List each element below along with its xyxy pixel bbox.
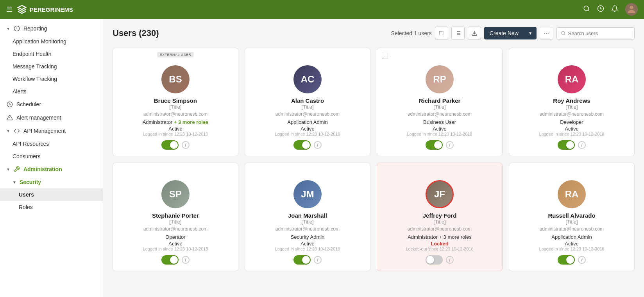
clock-sidebar-icon — [6, 101, 13, 108]
search-input[interactable] — [568, 28, 630, 39]
sidebar-item-users[interactable]: Users — [0, 188, 103, 201]
user-card[interactable]: EXTERNAL USER BS Bruce Simpson [Title] a… — [113, 48, 238, 156]
user-toggle[interactable] — [558, 140, 575, 150]
sidebar-item-workflow-tracking[interactable]: Workflow Tracking — [0, 73, 103, 85]
svg-point-2 — [630, 6, 633, 9]
user-checkbox[interactable] — [382, 53, 388, 59]
search-icon[interactable] — [583, 5, 590, 14]
info-icon[interactable]: i — [182, 256, 190, 264]
page-title: Users (230) — [113, 28, 386, 38]
user-toggle[interactable] — [293, 140, 311, 150]
download-button[interactable] — [468, 27, 481, 40]
sidebar-label-endpoint-health: Endpoint Health — [13, 51, 52, 57]
info-icon[interactable]: i — [578, 141, 586, 149]
user-title: [Title] — [433, 104, 445, 110]
user-toggle[interactable] — [426, 255, 443, 265]
sidebar-item-alerts[interactable]: Alerts — [0, 85, 103, 98]
user-status: Locked — [431, 241, 449, 247]
toggle-knob — [566, 256, 574, 264]
external-badge: EXTERNAL USER — [157, 52, 193, 57]
user-card[interactable]: RA Roy Andrews [Title] administrator@neu… — [509, 48, 635, 156]
user-card[interactable]: RP Richard Parker [Title] administrator@… — [377, 48, 503, 156]
user-status: Active — [565, 126, 578, 132]
info-icon[interactable]: i — [446, 141, 454, 149]
card-footer: i — [293, 255, 322, 265]
user-name: Alan Castro — [291, 97, 324, 104]
user-status: Active — [168, 126, 182, 132]
user-toggle[interactable] — [161, 140, 179, 150]
info-icon[interactable]: i — [446, 256, 454, 264]
user-status: Active — [168, 241, 182, 247]
user-status: Active — [301, 126, 314, 132]
toggle-knob — [170, 141, 178, 149]
user-card[interactable]: RA Russell Alvarado [Title] administrato… — [509, 163, 635, 271]
sidebar-item-consumers[interactable]: Consumers — [0, 150, 103, 163]
user-role: Business User — [423, 119, 456, 125]
toggle-knob — [170, 256, 178, 264]
user-role: Application Admin — [287, 119, 327, 125]
user-login: Logged in since 12:23 10-12-2018 — [407, 132, 472, 136]
user-email: administrator@neuronesb.com — [408, 111, 472, 117]
list-view-button[interactable] — [451, 27, 465, 40]
more-options-button[interactable]: ··· — [540, 27, 553, 39]
create-new-button[interactable]: Create New ▼ — [484, 27, 537, 39]
chevron-right-icon: ▼ — [6, 129, 10, 133]
sidebar-item-reporting[interactable]: ▼ Reporting — [0, 22, 103, 35]
bell-icon[interactable] — [611, 5, 618, 14]
sidebar-item-api-resources[interactable]: API Resources — [0, 138, 103, 150]
sidebar-label-workflow-tracking: Workflow Tracking — [13, 76, 57, 82]
sidebar-item-api-management[interactable]: ▼ API Management — [0, 124, 103, 138]
user-card[interactable]: SP Stephanie Porter [Title] administrato… — [113, 163, 238, 271]
user-card[interactable]: AC Alan Castro [Title] administrator@neu… — [245, 48, 370, 156]
user-email: administrator@neuronesb.com — [540, 111, 604, 117]
hamburger-menu-icon[interactable]: ☰ — [6, 5, 13, 14]
user-role: Security Admin — [291, 234, 325, 240]
sidebar-item-scheduler[interactable]: Scheduler — [0, 98, 103, 111]
sidebar: ▼ Reporting Application Monitoring Endpo… — [0, 19, 103, 297]
api-icon — [13, 127, 20, 134]
sidebar-item-message-tracking[interactable]: Message Tracking — [0, 60, 103, 73]
sidebar-item-endpoint-health[interactable]: Endpoint Health — [0, 48, 103, 60]
user-status: Active — [565, 241, 578, 247]
wrench-icon — [13, 166, 20, 173]
user-card[interactable]: JF Jeffrey Ford [Title] administrator@ne… — [377, 163, 503, 271]
header-actions: Selected 1 users ☐ Create New ▼ ··· — [391, 27, 635, 40]
user-login: Logged in since 12:23 10-12-2018 — [143, 247, 208, 251]
sidebar-item-app-monitoring[interactable]: Application Monitoring — [0, 35, 103, 48]
card-footer: i — [558, 255, 586, 265]
user-name: Bruce Simpson — [154, 97, 197, 104]
info-icon[interactable]: i — [314, 141, 322, 149]
user-toggle[interactable] — [293, 255, 311, 265]
sidebar-item-administration[interactable]: ▼ Administration — [0, 163, 103, 176]
card-footer: i — [293, 140, 322, 150]
sidebar-label-api-resources: API Resources — [13, 141, 49, 147]
search-box[interactable] — [556, 27, 635, 39]
sidebar-label-app-monitoring: Application Monitoring — [13, 38, 66, 45]
user-avatar: SP — [161, 180, 190, 208]
reporting-icon — [13, 25, 20, 32]
user-toggle[interactable] — [558, 255, 575, 265]
select-all-checkbox[interactable]: ☐ — [435, 27, 448, 40]
user-email: administrator@neuronesb.com — [540, 226, 604, 232]
info-icon[interactable]: i — [314, 256, 322, 264]
user-avatar: RP — [426, 65, 454, 93]
logo-text: PEREGRINEMS — [30, 6, 73, 13]
user-card[interactable]: JM Joan Marshall [Title] administrator@n… — [245, 163, 370, 271]
create-dropdown-arrow[interactable]: ▼ — [524, 28, 537, 39]
sidebar-item-alert-management[interactable]: Alert management — [0, 111, 103, 124]
sidebar-item-security[interactable]: ▼ Security — [0, 176, 103, 188]
chevron-down-admin-icon: ▼ — [6, 167, 10, 172]
info-icon[interactable]: i — [182, 141, 190, 149]
chevron-down-icon: ▼ — [6, 27, 10, 31]
user-title: [Title] — [565, 219, 578, 225]
sidebar-label-alert-management: Alert management — [16, 115, 61, 121]
info-icon[interactable]: i — [578, 256, 586, 264]
sidebar-item-roles[interactable]: Roles — [0, 201, 103, 213]
user-avatar[interactable] — [625, 3, 638, 16]
sidebar-label-roles: Roles — [19, 204, 33, 210]
user-email: administrator@neuronesb.com — [143, 226, 208, 232]
user-toggle[interactable] — [426, 140, 443, 150]
clock-icon[interactable] — [597, 5, 604, 14]
user-toggle[interactable] — [161, 255, 179, 265]
user-login: Logged in since 12:23 10-12-2018 — [539, 247, 605, 251]
